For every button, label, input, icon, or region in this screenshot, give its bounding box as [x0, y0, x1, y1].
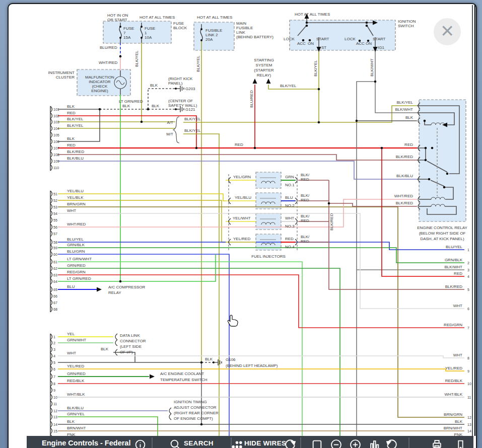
wire-color-label: BLK	[67, 419, 75, 424]
wire-color-label: BLU/YEL	[446, 245, 462, 249]
pin-number: 10	[53, 396, 57, 399]
wire-color-label: WHT/BLK	[67, 392, 85, 397]
diagram-label: CLUSTER	[56, 75, 75, 80]
diagram-label: BLU/RED	[249, 90, 254, 108]
pin-number: 54	[53, 212, 57, 215]
pin-number: 105	[53, 133, 59, 137]
diagram-label: (RIGHT REAR CORNER	[174, 411, 219, 415]
diagram-label: NO.2	[285, 203, 295, 208]
bookmark-button[interactable]	[455, 439, 466, 448]
hide-wires-button[interactable]	[231, 439, 243, 448]
search-label[interactable]: SEARCH	[184, 439, 214, 447]
diagram-label: BLK/RED	[396, 201, 413, 205]
diagram-label: BLK/YEL	[184, 117, 201, 121]
print-button[interactable]	[431, 439, 443, 448]
wire-color-label: RED	[454, 271, 462, 276]
component-box	[103, 21, 171, 43]
pin-number: 1	[53, 335, 55, 339]
diagram-label: (BELOW RIGHT SIDE OF	[419, 231, 466, 236]
diagram-label: INDICATOR	[89, 80, 110, 84]
junction-dot	[200, 423, 203, 426]
pin-number: 104	[53, 127, 59, 130]
pin-number: 7	[53, 375, 55, 379]
pin-number: 5	[467, 288, 469, 291]
diagram-label: DATA LINK	[120, 333, 140, 338]
wire	[58, 275, 464, 328]
junction-dot	[306, 22, 308, 24]
diagram-label: G121	[185, 107, 195, 112]
fuse-terminal	[200, 28, 202, 30]
fuse-terminal	[141, 26, 143, 28]
diagram-label: 1	[145, 31, 147, 35]
pin-number: 4	[467, 275, 469, 278]
diagram-label: BLK/YEL	[397, 100, 414, 105]
arrow-icon	[150, 375, 155, 379]
square-icon	[311, 439, 323, 448]
diagram-label: G203	[185, 87, 195, 91]
pin-number: 6	[53, 367, 55, 371]
reset-button[interactable]	[284, 439, 296, 448]
fuse-terminal	[200, 39, 202, 41]
zoom-in-button[interactable]	[350, 439, 361, 448]
wire-color-label: GRN/BLK	[67, 243, 85, 247]
info-button[interactable]	[134, 439, 146, 448]
junction-dot	[141, 121, 143, 123]
diagram-label: (CENTER OF	[168, 99, 193, 103]
diagram-label: 10A	[145, 35, 152, 40]
pin-number: 102	[53, 114, 59, 118]
pin-number: 6	[467, 307, 469, 311]
bottom-toolbar: Engine Controls - Federal SEARCHHIDE WIR…	[27, 436, 473, 448]
diagram-label: YEL/WHT	[233, 216, 251, 220]
diagram-label: RED	[285, 237, 294, 241]
refresh-button[interactable]	[386, 439, 398, 448]
wires-icon	[231, 439, 243, 448]
wire-color-label: BRN/GRN	[444, 412, 462, 417]
wire-color-label: BLU	[67, 284, 75, 289]
close-button[interactable]: ×	[434, 18, 461, 45]
pin-number: 10	[467, 382, 471, 386]
pin-number: 56	[53, 226, 57, 229]
pin-number: 11	[467, 396, 471, 399]
diagram-label: BLK	[101, 347, 109, 351]
diagram-label: BLK/YEL	[280, 84, 297, 88]
diagram-label: HOT AT ALL TIMES	[197, 15, 232, 20]
diagram-label: (BEHIND LEFT HEADLAMP)	[226, 363, 278, 368]
diagram-label: ST	[321, 45, 326, 50]
pin-number: 8	[53, 382, 55, 386]
wire-color-label: BLK/YEL	[67, 123, 84, 128]
diagram-label: YEL/BLU	[235, 195, 251, 200]
connector-arc	[115, 334, 117, 340]
diagram-label: BLU	[285, 195, 293, 200]
pin-number: 2	[467, 261, 469, 265]
junction-dot	[306, 25, 308, 27]
undo-arrow-icon	[284, 439, 296, 448]
junction-dot	[318, 88, 320, 91]
diagram-label: (STARTER	[254, 68, 273, 72]
magnifier-icon	[170, 439, 181, 448]
search-button[interactable]	[170, 439, 181, 448]
diagram-label: BLK/	[301, 193, 310, 198]
hide-wires-label[interactable]: HIDE WIRES	[244, 439, 286, 447]
diagram-label: YEL/GRN	[233, 175, 251, 179]
diagram-label: 15A	[123, 35, 131, 40]
junction-dot	[119, 55, 122, 58]
info-icon	[134, 439, 146, 448]
pin-number: 62	[53, 267, 57, 270]
diagram-label: NO.4	[285, 245, 295, 249]
diagram-label: BLK/	[301, 235, 310, 239]
pin-number: 55	[53, 218, 57, 222]
diagram-label: LT GRN/RED	[119, 99, 143, 104]
pin-number: 13	[53, 415, 57, 419]
diagram-label: HOT AT ALL TIMES	[140, 15, 175, 20]
diagram-label: BLK/BLU	[396, 174, 413, 178]
diagram-label: 7	[123, 31, 126, 35]
toolbar-divider	[231, 437, 232, 448]
toolbar-divider	[152, 437, 153, 448]
connector-arc	[115, 340, 117, 346]
zoom-out-button[interactable]	[330, 439, 342, 448]
pin-number: 14	[53, 423, 57, 426]
fit-screen-button[interactable]	[311, 439, 323, 448]
columns-button[interactable]	[369, 439, 380, 448]
diagram-label: (LEFT SIDE	[120, 344, 142, 349]
diagram-label: RED	[301, 239, 309, 244]
